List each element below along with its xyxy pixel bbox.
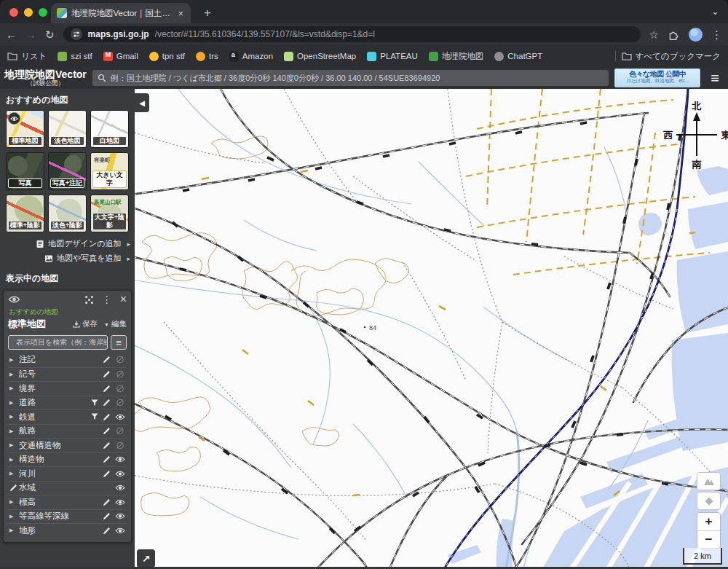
layer-row[interactable]: ▶河川 bbox=[8, 466, 127, 481]
layer-row[interactable]: ▶道路 bbox=[8, 396, 127, 410]
profile-avatar[interactable] bbox=[689, 28, 703, 42]
tab-close-icon[interactable]: × bbox=[176, 8, 185, 19]
eye-icon[interactable] bbox=[115, 527, 125, 535]
pencil-icon[interactable] bbox=[103, 413, 111, 421]
layer-row[interactable]: ▶交通構造物 bbox=[8, 438, 127, 452]
map-style-thumbnail[interactable]: 標準+陰影 bbox=[6, 195, 44, 232]
layer-row[interactable]: ▶標高 bbox=[8, 495, 127, 509]
pencil-icon[interactable] bbox=[103, 470, 111, 478]
bookmark-item[interactable]: ChatGPT bbox=[494, 52, 542, 61]
expand-arrow-icon[interactable]: ▶ bbox=[9, 400, 16, 406]
pencil-icon[interactable] bbox=[103, 370, 111, 378]
map-style-thumbnail[interactable]: 標準地図 bbox=[6, 110, 44, 148]
pencil-icon[interactable] bbox=[103, 427, 111, 435]
eye-icon[interactable] bbox=[115, 455, 125, 463]
layer-row[interactable]: ▶記号 bbox=[8, 367, 127, 382]
eye-icon[interactable] bbox=[115, 470, 125, 478]
panel-menu-icon[interactable]: ⋮ bbox=[102, 294, 112, 305]
expand-arrow-icon[interactable]: ▶ bbox=[9, 442, 16, 448]
expand-arrow-icon[interactable]: ▶ bbox=[9, 527, 16, 533]
expand-arrow-icon[interactable]: ▶ bbox=[9, 385, 16, 391]
eye-slash-icon[interactable] bbox=[115, 356, 125, 364]
sidebar-collapse-button[interactable]: ◀ bbox=[135, 93, 149, 112]
pencil-icon[interactable] bbox=[103, 399, 111, 407]
eye-icon[interactable] bbox=[115, 413, 125, 421]
zoom-in-button[interactable]: + bbox=[697, 513, 720, 530]
back-button[interactable]: ← bbox=[6, 29, 17, 40]
promo-banner[interactable]: 色々な地図 公開中 川だけ地図、鉄道地図、etc... bbox=[614, 68, 700, 87]
map-style-thumbnail[interactable]: 写真 bbox=[6, 152, 44, 190]
browser-tab[interactable]: 地理院地図Vector｜国土地理院 × bbox=[51, 3, 191, 23]
map-style-thumbnail[interactable]: 淡色+陰影 bbox=[48, 195, 87, 232]
layer-row[interactable]: ▶等高線等深線 bbox=[8, 509, 127, 524]
app-menu-icon[interactable]: ≡ bbox=[706, 71, 724, 85]
all-bookmarks-button[interactable]: すべてのブックマーク bbox=[622, 51, 721, 62]
bookmark-item[interactable]: OpenStreetMap bbox=[284, 52, 356, 61]
pencil-icon[interactable] bbox=[103, 512, 111, 520]
map-style-thumbnail[interactable]: 有楽町大きい文字 bbox=[90, 152, 129, 190]
bookmark-item[interactable]: PLATEAU bbox=[367, 52, 418, 61]
eye-slash-icon[interactable] bbox=[115, 442, 125, 450]
window-close-button[interactable] bbox=[9, 8, 18, 17]
traffic-lights[interactable] bbox=[9, 8, 47, 17]
filter-icon[interactable] bbox=[91, 413, 98, 420]
bookmark-item[interactable]: szi stf bbox=[58, 52, 92, 61]
bookmark-star-icon[interactable]: ☆ bbox=[649, 29, 659, 40]
window-minimize-button[interactable] bbox=[24, 8, 33, 17]
layer-visibility-icon[interactable] bbox=[8, 295, 20, 304]
address-bar[interactable]: maps.gsi.go.jp/vector/#11/35.610364/139.… bbox=[63, 26, 641, 42]
add-map-design-link[interactable]: 地図デザインの追加 ▸ bbox=[36, 238, 130, 249]
layer-row[interactable]: ▶航路 bbox=[8, 424, 127, 439]
eye-slash-icon[interactable] bbox=[115, 399, 125, 407]
site-settings-icon[interactable] bbox=[71, 28, 82, 40]
expand-arrow-icon[interactable]: ▶ bbox=[9, 428, 16, 434]
map-canvas[interactable]: 84 北 南 西 東 ◀ ↗ bbox=[135, 89, 728, 569]
eye-slash-icon[interactable] bbox=[115, 427, 125, 435]
save-button[interactable]: 保存 bbox=[73, 319, 98, 329]
add-map-photo-link[interactable]: 地図や写真を追加 ▸ bbox=[44, 253, 130, 264]
eye-icon[interactable] bbox=[115, 512, 125, 520]
expand-arrow-icon[interactable]: ▶ bbox=[9, 514, 16, 519]
pencil-icon[interactable] bbox=[9, 484, 16, 493]
bookmark-item[interactable]: 地理院地図 bbox=[429, 51, 484, 62]
bookmark-item[interactable]: リスト bbox=[7, 51, 47, 62]
expand-arrow-icon[interactable]: ▶ bbox=[9, 499, 16, 505]
pencil-icon[interactable] bbox=[103, 356, 111, 364]
pencil-icon[interactable] bbox=[103, 527, 111, 535]
layer-row[interactable]: ▶構造物 bbox=[8, 452, 127, 467]
expand-arrow-icon[interactable]: ▶ bbox=[9, 357, 16, 363]
expand-arrow-icon[interactable]: ▶ bbox=[9, 457, 16, 463]
forward-button[interactable]: → bbox=[25, 29, 36, 40]
bookmark-item[interactable]: MGmail bbox=[103, 52, 138, 61]
layer-row[interactable]: ▶鉄道 bbox=[8, 409, 127, 424]
map-style-thumbnail[interactable]: 白地図 bbox=[90, 110, 129, 148]
map-style-thumbnail[interactable]: 写真+注記 bbox=[48, 152, 87, 190]
reload-button[interactable]: ↻ bbox=[45, 29, 55, 40]
eye-slash-icon[interactable] bbox=[115, 385, 125, 393]
panel-close-icon[interactable]: × bbox=[120, 294, 127, 305]
extensions-icon[interactable] bbox=[668, 28, 680, 41]
map-style-thumbnail[interactable]: 高尾山口駅大文字+陰影 bbox=[90, 195, 129, 232]
pencil-icon[interactable] bbox=[103, 385, 111, 393]
layer-row[interactable]: 水域 bbox=[8, 481, 127, 495]
eye-icon[interactable] bbox=[115, 484, 125, 492]
layer-search-input[interactable]: 表示項目を検索（例：海岸線） bbox=[8, 335, 108, 350]
expand-arrow-icon[interactable]: ▶ bbox=[9, 414, 16, 420]
eye-icon[interactable] bbox=[115, 498, 125, 506]
edit-button[interactable]: ▼ 編集 bbox=[104, 319, 127, 329]
bookmark-item[interactable]: tpn stf bbox=[149, 52, 185, 61]
expand-arrow-icon[interactable]: ▶ bbox=[9, 372, 16, 377]
layer-row[interactable]: ▶地形 bbox=[8, 523, 127, 538]
terrain-3d-button[interactable] bbox=[697, 472, 721, 490]
bookmark-item[interactable]: aAmazon bbox=[229, 52, 273, 61]
compass-reset-button[interactable] bbox=[697, 492, 721, 510]
map-search-input[interactable]: 例：国土地理院 / つくば市北郷 / 36度0分0秒 140度0分0秒 / 36… bbox=[92, 70, 609, 86]
layer-row[interactable]: ▶境界 bbox=[8, 381, 127, 396]
layer-row[interactable]: ▶注記 bbox=[8, 353, 127, 367]
drag-handle-icon[interactable] bbox=[84, 295, 94, 305]
window-zoom-button[interactable] bbox=[39, 8, 47, 17]
new-tab-button[interactable]: + bbox=[199, 6, 215, 23]
expand-arrow-icon[interactable]: ▶ bbox=[9, 471, 16, 476]
filter-icon[interactable] bbox=[91, 399, 98, 407]
tab-search-chevron-icon[interactable]: ⌄ bbox=[711, 6, 719, 17]
